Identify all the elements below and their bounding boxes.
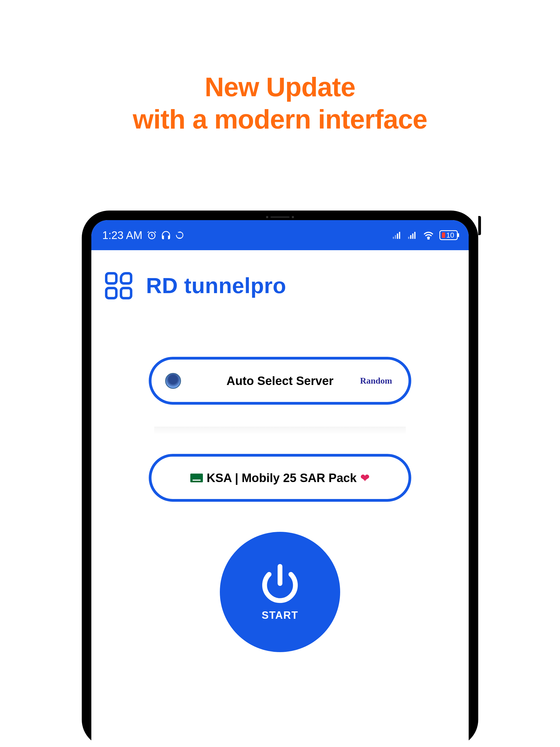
tablet-screen: 1:23 AM bbox=[91, 220, 469, 747]
divider bbox=[154, 427, 406, 435]
device-notch bbox=[261, 215, 299, 219]
pack-selector-label: KSA | Mobily 25 SAR Pack bbox=[207, 471, 357, 485]
signal-1-icon bbox=[392, 231, 402, 239]
wifi-icon bbox=[423, 231, 434, 239]
status-bar: 1:23 AM bbox=[91, 220, 469, 250]
svg-rect-4 bbox=[399, 232, 400, 239]
svg-rect-5 bbox=[408, 237, 410, 239]
svg-point-9 bbox=[428, 238, 429, 239]
promo-line-1: New Update bbox=[0, 71, 560, 103]
svg-rect-6 bbox=[410, 235, 411, 239]
heart-icon: ❤ bbox=[360, 472, 370, 484]
server-selector[interactable]: Auto Select Server Random bbox=[149, 357, 411, 405]
power-icon bbox=[259, 563, 301, 604]
server-mode-label: Random bbox=[360, 376, 392, 386]
pack-selector[interactable]: KSA | Mobily 25 SAR Pack ❤ bbox=[149, 454, 411, 502]
sync-icon bbox=[175, 231, 184, 239]
status-time: 1:23 AM bbox=[102, 229, 143, 241]
app-title: RD tunnelpro bbox=[146, 273, 286, 298]
menu-grid-icon[interactable] bbox=[105, 272, 132, 300]
server-icon bbox=[165, 373, 181, 389]
svg-rect-3 bbox=[397, 233, 399, 239]
battery-icon: 10 bbox=[439, 230, 458, 240]
svg-rect-8 bbox=[414, 232, 416, 239]
device-side-button bbox=[478, 216, 481, 235]
headphones-icon bbox=[161, 230, 171, 240]
alarm-icon bbox=[147, 230, 157, 240]
svg-rect-7 bbox=[412, 233, 414, 239]
start-button-label: START bbox=[262, 610, 298, 621]
promo-headline: New Update with a modern interface bbox=[0, 71, 560, 135]
battery-level: 10 bbox=[446, 232, 454, 239]
svg-rect-1 bbox=[393, 237, 394, 239]
signal-2-icon bbox=[408, 231, 417, 239]
svg-rect-2 bbox=[395, 235, 396, 239]
tablet-frame: 1:23 AM bbox=[82, 210, 478, 747]
flag-sa-icon bbox=[190, 473, 203, 482]
start-button[interactable]: START bbox=[220, 532, 340, 652]
server-selector-label: Auto Select Server bbox=[226, 374, 333, 388]
promo-line-2: with a modern interface bbox=[0, 103, 560, 136]
app-header: RD tunnelpro bbox=[91, 250, 469, 308]
